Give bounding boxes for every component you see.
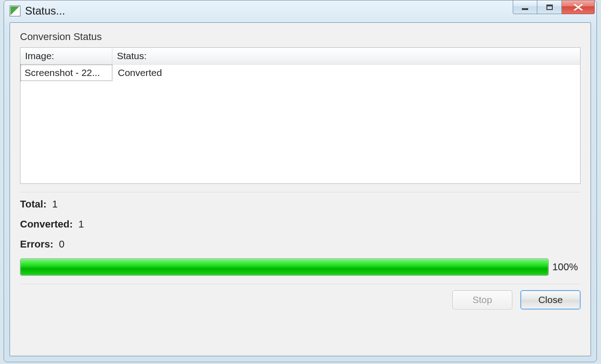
stat-converted: Converted: 1 xyxy=(20,218,581,230)
stat-errors: Errors: 0 xyxy=(20,238,581,250)
divider xyxy=(20,192,581,193)
column-header-status[interactable]: Status: xyxy=(112,48,580,64)
window-title: Status... xyxy=(25,5,65,17)
section-label: Conversion Status xyxy=(20,31,581,43)
minimize-button[interactable] xyxy=(513,0,537,14)
total-label: Total: xyxy=(20,198,46,210)
progress-row: 100% xyxy=(20,258,581,276)
errors-label: Errors: xyxy=(20,238,53,250)
maximize-icon xyxy=(546,5,553,10)
window-close-button[interactable] xyxy=(562,0,595,14)
column-header-image[interactable]: Image: xyxy=(20,48,112,64)
app-icon xyxy=(10,5,20,16)
status-dialog-window: Status... Conversion Status Image: Statu… xyxy=(4,0,597,362)
stop-button: Stop xyxy=(452,290,512,309)
progress-percent-text: 100% xyxy=(552,261,581,273)
errors-value: 0 xyxy=(59,238,64,250)
converted-value: 1 xyxy=(78,218,84,230)
close-button[interactable]: Close xyxy=(520,290,581,309)
divider xyxy=(20,284,581,285)
total-value: 1 xyxy=(52,198,57,210)
listview-header: Image: Status: xyxy=(20,48,580,65)
minimize-icon xyxy=(522,8,528,10)
window-controls xyxy=(513,0,595,14)
stat-total: Total: 1 xyxy=(20,198,581,210)
progress-bar xyxy=(20,258,549,276)
cell-status: Converted xyxy=(112,65,580,81)
converted-label: Converted: xyxy=(20,218,73,230)
conversion-listview[interactable]: Image: Status: Screenshot - 22... Conver… xyxy=(20,47,581,184)
titlebar[interactable]: Status... xyxy=(4,0,596,21)
client-area: Conversion Status Image: Status: Screens… xyxy=(10,22,591,356)
maximize-button[interactable] xyxy=(537,0,562,14)
close-icon xyxy=(573,4,583,10)
cell-image-name: Screenshot - 22... xyxy=(20,65,112,81)
table-row[interactable]: Screenshot - 22... Converted xyxy=(20,65,580,81)
progress-fill xyxy=(20,259,548,275)
stats-block: Total: 1 Converted: 1 Errors: 0 xyxy=(20,198,581,250)
button-row: Stop Close xyxy=(20,290,581,309)
